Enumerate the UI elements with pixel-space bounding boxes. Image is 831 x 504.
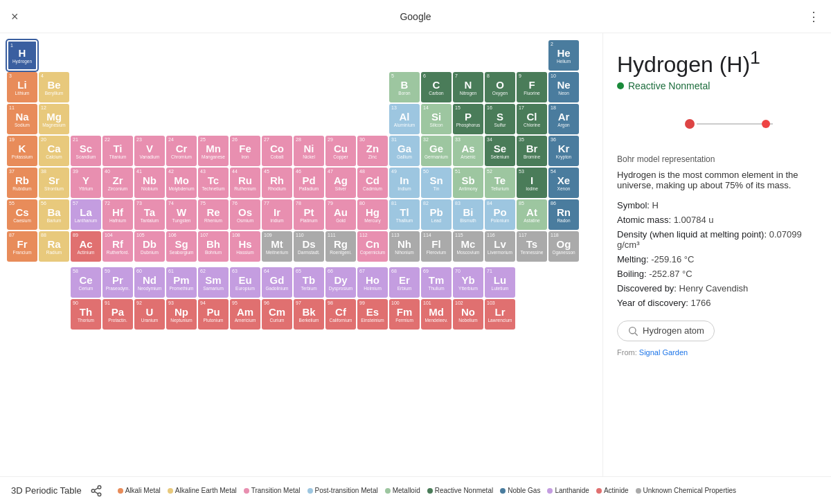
element-cell[interactable]: 42MoMolybdenum [166,168,197,198]
element-cell[interactable]: 54XeXenon [548,168,579,198]
element-cell[interactable]: 101MdMendeleev. [421,299,452,330]
element-cell[interactable]: 51SbAntimony [453,168,483,198]
element-cell[interactable]: 89AcActinium [71,231,101,262]
element-cell[interactable]: 64GdGadolinium [262,267,292,298]
search-chip[interactable]: Hydrogen atom [617,321,715,341]
element-cell[interactable]: 17ClChlorine [517,104,547,134]
element-cell[interactable]: 8OOxygen [485,72,515,102]
element-cell[interactable]: 78PtPlatinum [294,199,324,230]
element-cell[interactable]: 80HgMercury [357,199,388,230]
element-cell[interactable]: 28NiNickel [294,136,324,166]
more-button[interactable]: ⋮ [807,9,820,24]
element-cell[interactable]: 118OgOganesson [548,231,579,262]
element-cell[interactable]: 77IrIridium [262,199,292,230]
element-cell[interactable]: 63EuEuropium [230,267,260,298]
element-cell[interactable]: 39YYttrium [71,168,101,198]
element-cell[interactable]: 35BrBromine [517,136,547,166]
element-cell[interactable]: 25MnManganese [198,136,229,166]
element-cell[interactable]: 53IIodine [517,168,547,198]
element-cell[interactable]: 68ErErbium [389,267,420,298]
element-cell[interactable]: 81TlThallium [389,199,420,230]
element-cell[interactable]: 13AlAluminium [389,104,420,134]
source-link[interactable]: Signal Garden [639,348,688,357]
element-cell[interactable]: 4BeBeryllium [39,72,69,102]
element-cell[interactable]: 29CuCopper [325,136,356,166]
element-cell[interactable]: 114FlFlerovium [421,231,452,262]
element-cell[interactable]: 1HHydrogen [7,40,37,71]
share-icon[interactable] [90,485,102,497]
element-cell[interactable]: 37RbRubidium [7,168,37,198]
element-cell[interactable]: 52TeTellurium [485,168,515,198]
element-cell[interactable]: 94PuPlutonium [198,299,229,330]
element-cell[interactable]: 70YbYtterbium [453,267,483,298]
element-cell[interactable]: 56BaBarium [39,199,69,230]
element-cell[interactable]: 21ScScandium [71,136,101,166]
element-cell[interactable]: 16SSulfur [485,104,515,134]
element-cell[interactable]: 46PdPalladium [294,168,324,198]
element-cell[interactable]: 95AmAmericium [230,299,260,330]
element-cell[interactable]: 61PmPromethium [166,267,197,298]
element-cell[interactable]: 67HoHolmium [357,267,388,298]
element-cell[interactable]: 97BkBerkelium [294,299,324,330]
element-cell[interactable]: 71LuLutetium [485,267,515,298]
element-cell[interactable]: 36KrKrypton [548,136,579,166]
element-cell[interactable]: 24CrChromium [166,136,197,166]
element-cell[interactable]: 69TmThulium [421,267,452,298]
element-cell[interactable]: 79AuGold [325,199,356,230]
element-cell[interactable]: 47AgSilver [325,168,356,198]
element-cell[interactable]: 30ZnZinc [357,136,388,166]
element-cell[interactable]: 90ThThorium [71,299,101,330]
element-cell[interactable]: 86RnRadon [548,199,579,230]
element-cell[interactable]: 19KPotassium [7,136,37,166]
element-cell[interactable]: 58CeCerium [71,267,101,298]
element-cell[interactable]: 62SmSamarium [198,267,229,298]
element-cell[interactable]: 87FrFrancium [7,231,37,262]
element-cell[interactable]: 10NeNeon [548,72,579,102]
element-cell[interactable]: 7NNitrogen [453,72,483,102]
element-cell[interactable]: 74WTungsten [166,199,197,230]
element-cell[interactable]: 15PPhosphorus [453,104,483,134]
element-cell[interactable]: 108HsHassium [230,231,260,262]
element-cell[interactable]: 102NoNobelium [453,299,483,330]
element-cell[interactable]: 66DyDysprosium [325,267,356,298]
element-cell[interactable]: 112CnCopernicium [357,231,388,262]
element-cell[interactable]: 34SeSelenium [485,136,515,166]
element-cell[interactable]: 55CsCaesium [7,199,37,230]
element-cell[interactable]: 50SnTin [421,168,452,198]
element-cell[interactable]: 40ZrZirconium [102,168,133,198]
element-cell[interactable]: 31GaGallium [389,136,420,166]
element-cell[interactable]: 113NhNihonium [389,231,420,262]
element-cell[interactable]: 115McMoscovium [453,231,483,262]
element-cell[interactable]: 57LaLanthanum [71,199,101,230]
element-cell[interactable]: 5BBoron [389,72,420,102]
element-cell[interactable]: 96CmCurium [262,299,292,330]
element-cell[interactable]: 117TsTennessine [517,231,547,262]
element-cell[interactable]: 3LiLithium [7,72,37,102]
element-cell[interactable]: 73TaTantalum [134,199,165,230]
element-cell[interactable]: 33AsArsenic [453,136,483,166]
element-cell[interactable]: 60NdNeodymium [134,267,165,298]
element-cell[interactable]: 98CfCalifornium [325,299,356,330]
element-cell[interactable]: 32GeGermanium [421,136,452,166]
element-cell[interactable]: 65TbTerbium [294,267,324,298]
element-cell[interactable]: 110DsDarmstadt. [294,231,324,262]
element-cell[interactable]: 76OsOsmium [230,199,260,230]
element-cell[interactable]: 91PaProtactin. [102,299,133,330]
element-cell[interactable]: 93NpNeptunium [166,299,197,330]
element-cell[interactable]: 48CdCadmium [357,168,388,198]
element-cell[interactable]: 9FFluorine [517,72,547,102]
close-button[interactable]: × [11,9,19,24]
element-cell[interactable]: 100FmFermium [389,299,420,330]
element-cell[interactable]: 72HfHafnium [102,199,133,230]
element-cell[interactable]: 14SiSilicon [421,104,452,134]
element-cell[interactable]: 49InIndium [389,168,420,198]
element-cell[interactable]: 43TcTechnetium [198,168,229,198]
element-cell[interactable]: 111RgRoentgeni. [325,231,356,262]
element-cell[interactable]: 106SgSeaborgium [166,231,197,262]
element-cell[interactable]: 84PoPolonium [485,199,515,230]
element-cell[interactable]: 88RaRadium [39,231,69,262]
element-cell[interactable]: 59PrPraseodym. [102,267,133,298]
element-cell[interactable]: 38SrStrontium [39,168,69,198]
element-cell[interactable]: 104RfRutherford. [102,231,133,262]
element-cell[interactable]: 23VVanadium [134,136,165,166]
